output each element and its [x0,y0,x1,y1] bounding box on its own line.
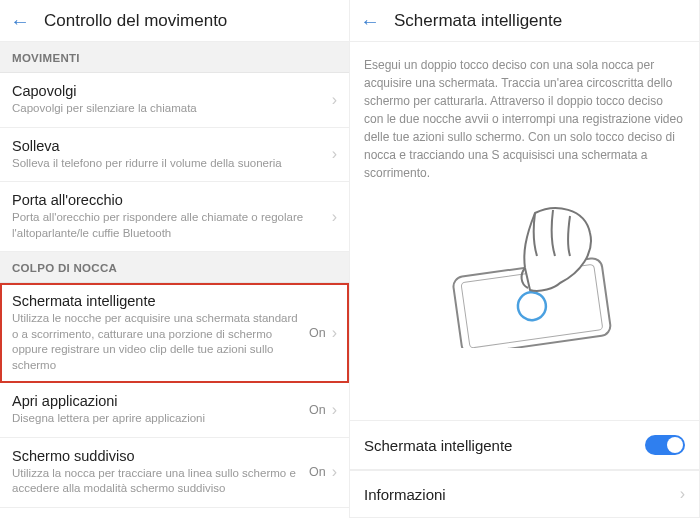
back-arrow-icon[interactable]: ← [10,11,30,31]
row-desc: Solleva il telefono per ridurre il volum… [12,156,330,172]
row-capovolgi[interactable]: Capovolgi Capovolgi per silenziare la ch… [0,73,349,128]
row-desc: Utilizza le nocche per acquisire una sch… [12,311,301,373]
section-header-colpo-nocca: COLPO DI NOCCA [0,252,349,283]
chevron-right-icon: › [332,208,337,226]
knuckle-gesture-illustration [350,190,699,364]
row-status: On [309,403,326,417]
back-arrow-icon[interactable]: ← [360,11,380,31]
chevron-right-icon: › [680,485,685,503]
row-desc: Disegna lettera per aprire applicazioni [12,411,301,427]
page-title-right: Schermata intelligente [394,11,562,31]
row-schermata-intelligente[interactable]: Schermata intelligente Utilizza le nocch… [0,283,349,383]
row-label: Porta all'orecchio [12,192,330,208]
row-desc: Capovolgi per silenziare la chiamata [12,101,330,117]
motion-control-pane: ← Controllo del movimento MOVIMENTI Capo… [0,0,350,518]
row-porta-orecchio[interactable]: Porta all'orecchio Porta all'orecchio pe… [0,182,349,252]
section-header-movimenti: MOVIMENTI [0,42,349,73]
chevron-right-icon: › [332,145,337,163]
header-left: ← Controllo del movimento [0,0,349,42]
info-label: Informazioni [364,486,678,503]
toggle-label: Schermata intelligente [364,437,645,454]
row-solleva[interactable]: Solleva Solleva il telefono per ridurre … [0,128,349,183]
row-status: On [309,465,326,479]
smart-screenshot-pane: ← Schermata intelligente Esegui un doppi… [350,0,700,518]
row-label: Solleva [12,138,330,154]
chevron-right-icon: › [332,401,337,419]
intro-text: Esegui un doppio tocco deciso con una so… [350,42,699,190]
row-schermo-suddiviso[interactable]: Schermo suddiviso Utilizza la nocca per … [0,438,349,508]
toggle-row-schermata-intelligente[interactable]: Schermata intelligente [350,420,699,470]
row-desc: Porta all'orecchio per rispondere alle c… [12,210,330,241]
row-apri-applicazioni[interactable]: Apri applicazioni Disegna lettera per ap… [0,383,349,438]
row-label: Schermo suddiviso [12,448,301,464]
toggle-switch[interactable] [645,435,685,455]
page-title-left: Controllo del movimento [44,11,227,31]
row-desc: Utilizza la nocca per tracciare una line… [12,466,301,497]
chevron-right-icon: › [332,91,337,109]
chevron-right-icon: › [332,324,337,342]
row-label: Capovolgi [12,83,330,99]
chevron-right-icon: › [332,463,337,481]
row-label: Apri applicazioni [12,393,301,409]
row-informazioni[interactable]: Informazioni › [350,470,699,518]
row-status: On [309,326,326,340]
header-right: ← Schermata intelligente [350,0,699,42]
row-label: Schermata intelligente [12,293,301,309]
